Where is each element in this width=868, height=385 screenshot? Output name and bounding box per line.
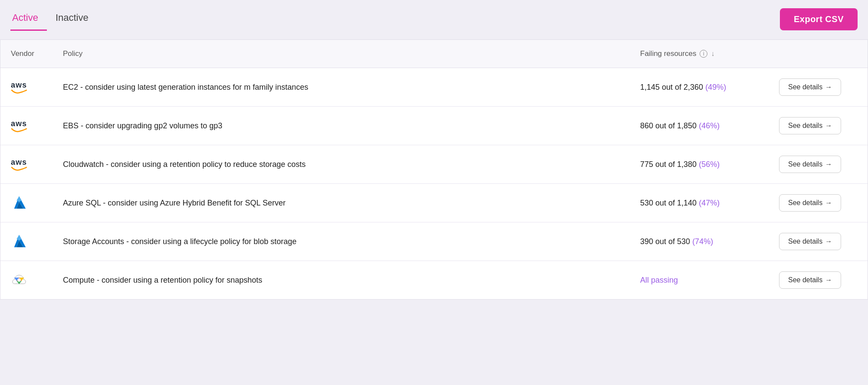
sort-icon[interactable]: ↓ <box>711 50 714 58</box>
failing-percentage: (56%) <box>699 160 720 169</box>
export-csv-button[interactable]: Export CSV <box>780 8 858 30</box>
policy-column-header: Policy <box>63 49 640 58</box>
see-details-button[interactable]: See details → <box>779 194 841 212</box>
policy-text: Azure SQL - consider using Azure Hybrid … <box>63 199 640 208</box>
arrow-right-icon: → <box>825 122 832 130</box>
table-header: Vendor Policy Failing resources i ↓ <box>0 40 868 68</box>
tabs: Active Inactive <box>10 8 104 31</box>
aws-logo: aws <box>11 81 27 94</box>
see-details-label: See details <box>788 83 822 91</box>
see-details-cell: See details → <box>779 156 857 173</box>
arrow-right-icon: → <box>825 238 832 245</box>
see-details-label: See details <box>788 122 822 130</box>
page-wrapper: Active Inactive Export CSV Vendor Policy… <box>0 0 868 385</box>
vendor-logo-gcp <box>11 272 63 288</box>
failing-percentage: (47%) <box>699 199 720 207</box>
table-row: Compute - consider using a retention pol… <box>0 261 868 299</box>
failing-percentage: (49%) <box>705 83 726 91</box>
see-details-button[interactable]: See details → <box>779 156 841 173</box>
table-row: aws EBS - consider upgrading gp2 volumes… <box>0 107 868 145</box>
see-details-cell: See details → <box>779 271 857 289</box>
arrow-right-icon: → <box>825 160 832 168</box>
failing-count: All passing <box>640 276 779 285</box>
aws-logo: aws <box>11 120 27 132</box>
failing-raw: 775 out of 1,380 <box>640 160 697 169</box>
failing-percentage: (74%) <box>692 237 713 246</box>
see-details-label: See details <box>788 238 822 245</box>
aws-logo: aws <box>11 158 27 171</box>
policy-text: Compute - consider using a retention pol… <box>63 276 640 285</box>
failing-raw: 390 out of 530 <box>640 237 690 246</box>
policies-table: Vendor Policy Failing resources i ↓ aws <box>0 39 868 300</box>
tab-bar: Active Inactive Export CSV <box>0 0 868 31</box>
azure-icon <box>11 233 27 250</box>
vendor-logo-aws: aws <box>11 81 63 94</box>
failing-count: 775 out of 1,380 (56%) <box>640 160 779 169</box>
failing-percentage: (46%) <box>699 121 720 130</box>
gcp-icon <box>11 272 27 288</box>
info-icon[interactable]: i <box>700 50 707 58</box>
table-row: aws Cloudwatch - consider using a retent… <box>0 145 868 184</box>
failing-raw: 860 out of 1,850 <box>640 121 697 130</box>
see-details-cell: See details → <box>779 233 857 250</box>
table-row: Azure SQL - consider using Azure Hybrid … <box>0 184 868 222</box>
failing-resources-label: Failing resources <box>640 49 696 58</box>
see-details-cell: See details → <box>779 78 857 96</box>
tab-inactive[interactable]: Inactive <box>54 8 97 31</box>
see-details-cell: See details → <box>779 194 857 212</box>
table-row: aws EC2 - consider using latest generati… <box>0 68 868 107</box>
aws-text: aws <box>11 158 27 166</box>
failing-raw: 530 out of 1,140 <box>640 199 697 207</box>
arrow-right-icon: → <box>825 83 832 91</box>
policy-text: Cloudwatch - consider using a retention … <box>63 160 640 169</box>
policy-text: EBS - consider upgrading gp2 volumes to … <box>63 121 640 131</box>
failing-count: 1,145 out of 2,360 (49%) <box>640 83 779 92</box>
aws-text: aws <box>11 120 27 127</box>
see-details-label: See details <box>788 199 822 207</box>
failing-count: 530 out of 1,140 (47%) <box>640 199 779 208</box>
arrow-right-icon: → <box>825 199 832 207</box>
see-details-label: See details <box>788 160 822 168</box>
failing-count: 390 out of 530 (74%) <box>640 237 779 246</box>
table-row: Storage Accounts - consider using a life… <box>0 222 868 261</box>
failing-resources-column-header: Failing resources i ↓ <box>640 49 779 58</box>
policy-text: Storage Accounts - consider using a life… <box>63 237 640 246</box>
aws-smile-icon <box>11 89 27 94</box>
failing-count: 860 out of 1,850 (46%) <box>640 121 779 131</box>
see-details-button[interactable]: See details → <box>779 117 841 134</box>
aws-smile-icon <box>11 128 27 132</box>
aws-text: aws <box>11 81 27 89</box>
vendor-logo-aws: aws <box>11 120 63 132</box>
aws-smile-icon <box>11 166 27 171</box>
vendor-logo-azure <box>11 233 63 250</box>
see-details-button[interactable]: See details → <box>779 271 841 289</box>
all-passing-label: All passing <box>640 276 678 284</box>
see-details-label: See details <box>788 276 822 284</box>
svg-point-9 <box>17 278 21 282</box>
failing-raw: 1,145 out of 2,360 <box>640 83 703 91</box>
vendor-logo-azure <box>11 195 63 211</box>
see-details-button[interactable]: See details → <box>779 233 841 250</box>
azure-icon <box>11 195 27 211</box>
arrow-right-icon: → <box>825 276 832 284</box>
see-details-button[interactable]: See details → <box>779 78 841 96</box>
see-details-cell: See details → <box>779 117 857 134</box>
vendor-logo-aws: aws <box>11 158 63 171</box>
vendor-column-header: Vendor <box>11 49 63 58</box>
tab-active[interactable]: Active <box>10 8 47 31</box>
policy-text: EC2 - consider using latest generation i… <box>63 83 640 92</box>
